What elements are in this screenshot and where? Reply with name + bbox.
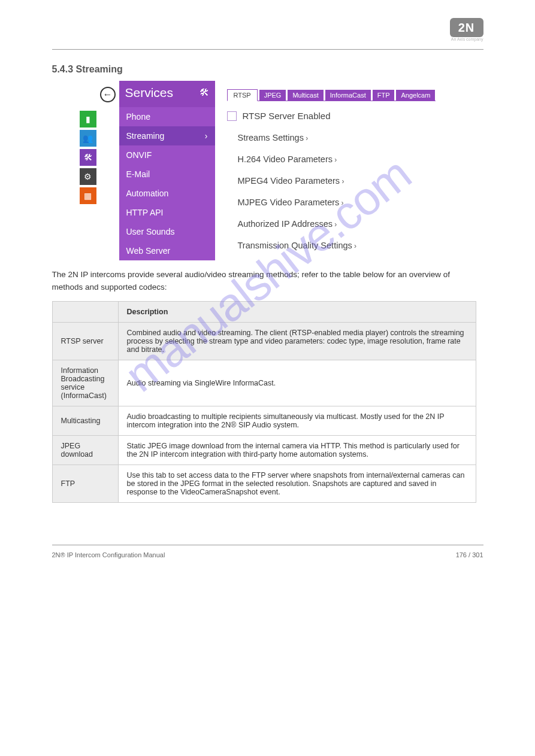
- ui-screenshot: ▮👥🛠⚙▦ ← Services 🛠 PhoneStreamingONVIFE-…: [100, 81, 436, 260]
- section-link-mjpeg-video-parameters[interactable]: MJPEG Video Parameters: [227, 192, 436, 213]
- table-cell-key: Information Broadcasting service (Inform…: [52, 360, 118, 406]
- tools-icon: 🛠: [200, 87, 209, 98]
- content-panel: RTSPJPEGMulticastInformaCastFTPAngelcam …: [215, 81, 436, 256]
- tab-bar: RTSPJPEGMulticastInformaCastFTPAngelcam: [227, 89, 436, 101]
- sidebar-item-http-api[interactable]: HTTP API: [119, 203, 215, 222]
- tab-jpeg[interactable]: JPEG: [259, 90, 286, 101]
- hardware-icon[interactable]: ⚙: [80, 168, 96, 185]
- tab-informacast[interactable]: InformaCast: [325, 90, 371, 101]
- tab-multicast[interactable]: Multicast: [288, 90, 323, 101]
- sidebar-item-streaming[interactable]: Streaming: [119, 126, 215, 145]
- sidebar-item-automation[interactable]: Automation: [119, 184, 215, 203]
- table-header: Description: [118, 301, 476, 322]
- top-divider: [52, 49, 483, 50]
- bottom-divider: [52, 545, 483, 545]
- table-cell-desc: Audio streaming via SingleWire InformaCa…: [118, 360, 476, 406]
- sidebar-item-onvif[interactable]: ONVIF: [119, 145, 215, 165]
- section-link-authorized-ip-addresses[interactable]: Authorized IP Addresses: [227, 213, 436, 235]
- table-row: RTSP serverCombined audio and video stre…: [52, 322, 476, 360]
- table-cell-desc: Combined audio and video streaming. The …: [118, 322, 476, 360]
- table-cell-key: RTSP server: [52, 322, 118, 360]
- footer-left: 2N® IP Intercom Configuration Manual: [52, 551, 165, 558]
- side-panel: Services 🛠 PhoneStreamingONVIFE-MailAuto…: [119, 81, 215, 260]
- section-link-transmission-quality-settings[interactable]: Transmission Quality Settings: [227, 235, 436, 256]
- directory-icon[interactable]: 👥: [80, 130, 96, 147]
- back-button[interactable]: ←: [100, 87, 116, 102]
- table-row: Information Broadcasting service (Inform…: [52, 360, 476, 406]
- table-cell-key: Multicasting: [52, 406, 118, 435]
- table-row: JPEG downloadStatic JPEG image download …: [52, 435, 476, 464]
- brand-subtitle: An Axis company: [436, 37, 483, 41]
- methods-table: Description RTSP serverCombined audio an…: [52, 301, 476, 503]
- sidebar-item-user-sounds[interactable]: User Sounds: [119, 222, 215, 241]
- table-cell-key: JPEG download: [52, 435, 118, 464]
- tab-ftp[interactable]: FTP: [373, 90, 395, 101]
- tab-angelcam[interactable]: Angelcam: [396, 90, 435, 101]
- table-cell-key: FTP: [52, 464, 118, 502]
- side-panel-title: Services: [125, 86, 174, 100]
- sidebar-item-web-server[interactable]: Web Server: [119, 241, 215, 260]
- table-cell-desc: Static JPEG image download from the inte…: [118, 435, 476, 464]
- footer-right: 176 / 301: [456, 551, 483, 558]
- section-heading: 5.4.3 Streaming: [52, 64, 483, 75]
- services-icon[interactable]: 🛠: [80, 149, 96, 166]
- rtsp-enabled-checkbox[interactable]: [227, 111, 237, 121]
- section-link-mpeg4-video-parameters[interactable]: MPEG4 Video Parameters: [227, 170, 436, 192]
- section-link-h-264-video-parameters[interactable]: H.264 Video Parameters: [227, 148, 436, 170]
- table-cell-desc: Use this tab to set access data to the F…: [118, 464, 476, 502]
- sidebar-item-phone[interactable]: Phone: [119, 107, 215, 126]
- table-row: MulticastingAudio broadcasting to multip…: [52, 406, 476, 435]
- table-header: [52, 301, 118, 322]
- intro-paragraph: The 2N IP intercoms provide several audi…: [52, 269, 483, 294]
- status-icon[interactable]: ▮: [80, 111, 96, 127]
- table-row: FTPUse this tab to set access data to th…: [52, 464, 476, 502]
- system-icon[interactable]: ▦: [80, 187, 96, 204]
- sidebar-item-e-mail[interactable]: E-Mail: [119, 165, 215, 184]
- table-cell-desc: Audio broadcasting to multiple recipient…: [118, 406, 476, 435]
- section-link-streams-settings[interactable]: Streams Settings: [227, 127, 436, 148]
- brand-logo: 2N: [450, 18, 483, 37]
- tab-rtsp[interactable]: RTSP: [227, 89, 258, 101]
- rtsp-enabled-label: RTSP Server Enabled: [243, 111, 331, 121]
